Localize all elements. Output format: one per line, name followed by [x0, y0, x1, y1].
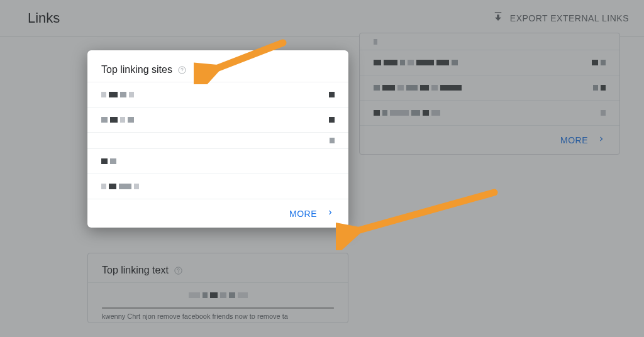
- card-title: Top linking sites: [101, 64, 172, 75]
- annotation-arrow: [336, 187, 499, 250]
- table-row[interactable]: [87, 107, 348, 132]
- table-row[interactable]: [87, 148, 348, 174]
- svg-line-4: [205, 43, 283, 73]
- annotation-arrow: [194, 39, 288, 84]
- help-icon[interactable]: [177, 65, 187, 75]
- more-label: MORE: [289, 209, 317, 219]
- svg-line-5: [346, 192, 494, 234]
- table-row[interactable]: [87, 174, 348, 199]
- more-button[interactable]: MORE: [87, 199, 348, 228]
- chevron-right-icon: [326, 208, 335, 219]
- table-row[interactable]: [87, 132, 348, 148]
- table-row[interactable]: [87, 82, 348, 107]
- svg-point-3: [182, 72, 182, 72]
